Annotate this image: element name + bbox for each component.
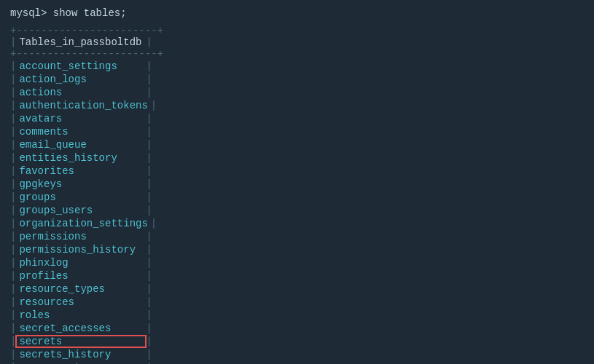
row-cell-value: favorites	[16, 165, 146, 177]
row-pipe-right: |	[146, 74, 152, 85]
row-pipe-right: |	[146, 336, 152, 347]
header-pipe-left: |	[10, 36, 16, 48]
row-pipe-left: |	[10, 205, 16, 216]
table-header-row: | Tables_in_passboltdb |	[10, 36, 163, 48]
row-pipe-right: |	[146, 87, 152, 98]
row-cell-value: entities_history	[16, 152, 146, 164]
row-pipe-right: |	[146, 126, 152, 138]
table-row: | permissions |	[10, 230, 163, 243]
row-pipe-left: |	[10, 218, 16, 229]
row-pipe-right: |	[146, 113, 152, 124]
row-pipe-left: |	[10, 323, 16, 334]
row-pipe-left: |	[10, 270, 16, 282]
row-cell-value: roles	[16, 309, 146, 321]
row-pipe-left: |	[10, 100, 16, 111]
row-cell-value: resource_types	[16, 283, 146, 295]
row-cell-value: comments	[16, 126, 146, 138]
table-rows: | account_settings || action_logs || act…	[10, 60, 163, 364]
row-cell-value: gpgkeys	[16, 178, 146, 190]
table-row: | account_settings |	[10, 60, 163, 73]
row-pipe-left: |	[10, 178, 16, 190]
table-border-top: +-----------------------+	[10, 25, 163, 36]
table-row: | entities_history |	[10, 151, 163, 165]
row-pipe-left: |	[10, 336, 16, 347]
table-wrapper: +-----------------------+ | Tables_in_pa…	[10, 25, 163, 364]
table-row: | organization_settings |	[10, 217, 163, 230]
table-row: | email_queue |	[10, 138, 163, 151]
row-pipe-right: |	[146, 191, 152, 203]
row-cell-value: avatars	[16, 113, 146, 124]
row-pipe-left: |	[10, 60, 16, 72]
row-cell-value: groups	[16, 191, 146, 203]
table-row: | action_logs |	[10, 73, 163, 86]
row-pipe-right: |	[151, 100, 157, 111]
row-pipe-right: |	[146, 283, 152, 295]
table-row: | phinxlog |	[10, 256, 163, 269]
row-pipe-right: |	[146, 178, 152, 190]
row-cell-value: actions	[16, 87, 146, 98]
row-pipe-right: |	[146, 165, 152, 177]
row-cell-value: groups_users	[16, 205, 146, 216]
row-pipe-left: |	[10, 152, 16, 164]
table-row: | actions |	[10, 86, 163, 99]
row-cell-value: resources	[16, 296, 146, 308]
row-cell-value: permissions	[16, 231, 146, 242]
row-cell-value: account_settings	[16, 60, 146, 72]
row-pipe-left: |	[10, 283, 16, 295]
row-pipe-left: |	[10, 244, 16, 256]
row-pipe-left: |	[10, 231, 16, 242]
row-cell-value: profiles	[16, 270, 146, 282]
row-pipe-right: |	[146, 323, 152, 334]
row-pipe-right: |	[146, 296, 152, 308]
terminal-window: mysql> show tables; +-------------------…	[10, 7, 584, 364]
row-pipe-right: |	[146, 349, 152, 360]
row-cell-value: secret_accesses	[16, 323, 146, 334]
table-row: | profiles |	[10, 269, 163, 282]
row-pipe-right: |	[146, 60, 152, 72]
prompt-text: mysql> show tables;	[10, 7, 127, 19]
row-pipe-left: |	[10, 139, 16, 151]
row-pipe-left: |	[10, 113, 16, 124]
header-pipe-right: |	[146, 36, 152, 48]
table-header-border-bottom: +-----------------------+	[10, 48, 163, 60]
row-pipe-right: |	[146, 205, 152, 216]
table-row: | permissions_history |	[10, 243, 163, 256]
table-row: | secret_accesses |	[10, 322, 163, 335]
table-row: | authentication_tokens |	[10, 99, 163, 112]
row-cell-value: organization_settings	[16, 218, 150, 229]
table-row: | avatars |	[10, 112, 163, 125]
row-pipe-left: |	[10, 126, 16, 138]
row-pipe-right: |	[151, 218, 157, 229]
table-row: | favorites |	[10, 165, 163, 178]
row-pipe-left: |	[10, 309, 16, 321]
table-row: | user_agents |	[10, 361, 163, 364]
row-cell-value: phinxlog	[16, 257, 146, 269]
table-row: | groups_users |	[10, 204, 163, 217]
table-row: | comments |	[10, 125, 163, 138]
row-pipe-left: |	[10, 191, 16, 203]
row-cell-value: secrets	[16, 336, 146, 347]
row-cell-value: authentication_tokens	[16, 100, 150, 111]
header-label: Tables_in_passboltdb	[16, 36, 146, 48]
row-cell-value: email_queue	[16, 139, 146, 151]
row-cell-value: permissions_history	[16, 244, 146, 256]
table-row: | gpgkeys |	[10, 178, 163, 191]
row-pipe-left: |	[10, 257, 16, 269]
row-pipe-right: |	[146, 152, 152, 164]
row-pipe-right: |	[146, 257, 152, 269]
row-pipe-left: |	[10, 165, 16, 177]
row-pipe-left: |	[10, 349, 16, 360]
row-pipe-right: |	[146, 309, 152, 321]
row-cell-value: action_logs	[16, 74, 146, 85]
row-pipe-right: |	[146, 231, 152, 242]
row-pipe-right: |	[146, 139, 152, 151]
prompt-line: mysql> show tables;	[10, 7, 584, 19]
table-row: | secrets |	[10, 335, 163, 348]
row-pipe-left: |	[10, 74, 16, 85]
table-row: | roles |	[10, 309, 163, 322]
row-pipe-right: |	[146, 244, 152, 256]
table-row: | resource_types |	[10, 282, 163, 296]
row-pipe-left: |	[10, 296, 16, 308]
row-pipe-left: |	[10, 87, 16, 98]
row-pipe-right: |	[146, 270, 152, 282]
